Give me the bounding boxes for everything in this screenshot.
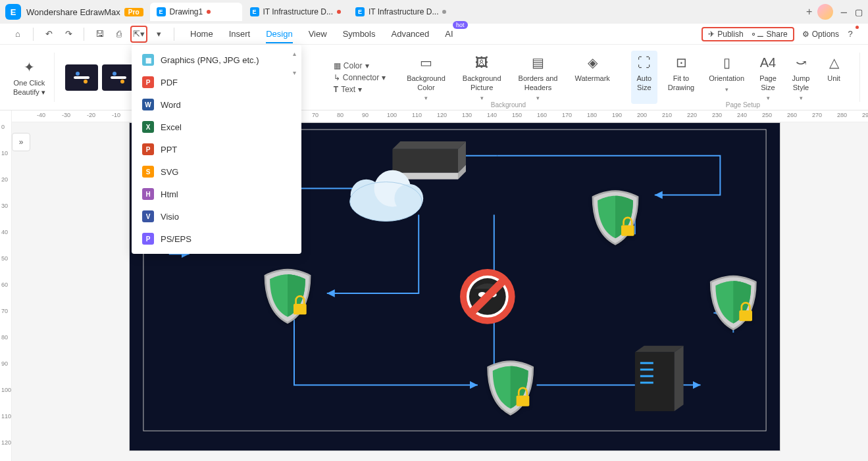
hruler-tick: 210 <box>662 112 672 118</box>
export-item-img[interactable]: ▦Graphics (PNG, JPG etc.) <box>132 49 301 71</box>
hruler-tick: 110 <box>412 112 422 118</box>
unit-button[interactable]: △Unit <box>821 51 847 103</box>
watermark-icon: ◈ <box>583 53 601 72</box>
fit-icon: ⊡ <box>672 53 690 72</box>
pro-badge: Pro <box>124 8 143 16</box>
hruler-tick: 180 <box>587 112 597 118</box>
menu-tab-design[interactable]: Design <box>266 25 292 43</box>
auto-size-button[interactable]: ⛶AutoSize <box>631 51 657 103</box>
save-button[interactable]: 🖫 <box>91 26 108 43</box>
document-tab-1[interactable]: EIT Infrastructure D... <box>243 3 347 21</box>
export-item-ppt[interactable]: PPPT <box>132 138 301 160</box>
watermark-button[interactable]: ◈Watermark <box>571 51 614 85</box>
design-ribbon: ✦ One ClickBeautify ▾ ▴▾ ▦Graphics (PNG,… <box>0 45 868 110</box>
svg-rect-29 <box>640 375 653 377</box>
export-item-label: Html <box>161 189 178 199</box>
color-option[interactable]: ▦ Color ▾ <box>334 61 386 70</box>
hruler-tick: -10 <box>112 112 120 118</box>
vruler-tick: 100 <box>1 387 11 393</box>
svg-rect-3 <box>111 76 126 79</box>
orientation-button[interactable]: ▯Orientation▾ <box>705 51 748 103</box>
window-controls: ─ ▢ <box>817 4 863 20</box>
export-item-svg[interactable]: SSVG <box>132 160 301 183</box>
svg-point-1 <box>76 72 80 76</box>
unit-icon: △ <box>825 53 843 72</box>
shield-left-node[interactable] <box>265 270 310 323</box>
workspace: » 0102030405060708090100110120 -40-30-20… <box>0 110 868 461</box>
export-item-label: SVG <box>161 167 178 177</box>
options-button[interactable]: ⚙Options <box>802 30 839 39</box>
background-picture-button[interactable]: 🖼BackgroundPicture▾ <box>459 51 505 103</box>
user-avatar[interactable] <box>817 4 833 20</box>
redo-button[interactable]: ↷ <box>60 26 77 43</box>
text-option[interactable]: T Text ▾ <box>334 85 386 94</box>
help-button[interactable]: ? <box>842 26 859 43</box>
theme-thumb-dark-1[interactable] <box>65 64 98 91</box>
vruler-tick: 110 <box>1 413 11 420</box>
gear-icon: ⚙ <box>802 30 809 39</box>
hruler-tick: 270 <box>812 112 822 118</box>
html-icon: H <box>142 188 154 200</box>
modified-dot <box>442 10 446 14</box>
export-item-visio[interactable]: VVisio <box>132 205 301 228</box>
export-item-word[interactable]: WWord <box>132 93 301 116</box>
fit-drawing-button[interactable]: ⊡Fit toDrawing <box>664 51 698 103</box>
document-tab-2[interactable]: EIT Infrastructure D... <box>349 3 453 21</box>
export-item-label: PDF <box>161 78 178 87</box>
export-item-ps[interactable]: PPS/EPS <box>132 228 301 250</box>
jump-style-button[interactable]: ⤻JumpStyle▾ <box>788 51 814 103</box>
home-icon[interactable]: ⌂ <box>9 26 26 43</box>
menu-tab-insert[interactable]: Insert <box>229 25 251 43</box>
export-dropdown-menu: ▴▾ ▦Graphics (PNG, JPG etc.)PPDFWWordXEx… <box>132 45 301 254</box>
theme-thumb-dark-2[interactable] <box>102 64 135 91</box>
maximize-button[interactable]: ▢ <box>855 7 863 17</box>
page-size-button[interactable]: A4PageSize▾ <box>755 51 781 103</box>
hruler-tick: 130 <box>462 112 472 118</box>
export-item-label: Visio <box>161 212 179 222</box>
document-tabs: EDrawing1EIT Infrastructure D...EIT Infr… <box>150 3 802 21</box>
menu-tab-advanced[interactable]: Advanced <box>391 25 429 43</box>
panel-toggle[interactable]: » <box>12 133 30 151</box>
export-item-excel[interactable]: XExcel <box>132 116 301 138</box>
undo-button[interactable]: ↶ <box>40 26 57 43</box>
publish-button[interactable]: ✈Publish <box>708 30 743 39</box>
more-dropdown[interactable]: ▾ <box>150 26 167 43</box>
connector-option[interactable]: ↳ Connector ▾ <box>334 73 386 82</box>
publish-share-group: ✈Publish ⚬⚊Share <box>702 27 794 41</box>
menu-tab-ai[interactable]: AIhot <box>445 25 453 43</box>
hruler-tick: 280 <box>837 112 847 118</box>
shield-right-node[interactable] <box>711 276 755 329</box>
export-button[interactable]: ⇱▾ <box>130 26 147 43</box>
tab-label: Drawing1 <box>170 7 203 16</box>
hruler-tick: 80 <box>337 112 344 118</box>
shield-bottom-node[interactable] <box>488 362 533 415</box>
server-tower-node[interactable] <box>635 346 684 412</box>
svg-point-5 <box>120 80 124 84</box>
export-item-pdf[interactable]: PPDF <box>132 71 301 93</box>
menu-tab-symbols[interactable]: Symbols <box>343 25 376 43</box>
one-click-beautify-button[interactable]: ✦ One ClickBeautify ▾ <box>9 55 49 99</box>
new-tab-button[interactable]: + <box>802 4 817 20</box>
svg-rect-27 <box>640 362 653 364</box>
hruler-tick: 220 <box>687 112 697 118</box>
vruler-tick: 120 <box>1 439 11 446</box>
hruler-tick: 70 <box>312 112 319 118</box>
app-name: Wondershare EdrawMax <box>26 7 120 17</box>
minimize-button[interactable]: ─ <box>841 7 847 17</box>
server-top-node[interactable] <box>392 141 466 180</box>
vruler-tick: 50 <box>1 255 8 262</box>
print-button[interactable]: ⎙ <box>111 26 128 43</box>
menu-tab-view[interactable]: View <box>309 25 327 43</box>
export-item-html[interactable]: HHtml <box>132 183 301 205</box>
hruler-tick: 230 <box>712 112 722 118</box>
svg-rect-30 <box>640 381 653 383</box>
document-tab-0[interactable]: EDrawing1 <box>150 3 242 21</box>
background-color-button[interactable]: ▭BackgroundColor▾ <box>403 51 449 103</box>
page-setup-group-label: Page Setup <box>726 101 760 109</box>
share-button[interactable]: ⚬⚊Share <box>750 30 788 39</box>
no-hacker-node[interactable] <box>460 269 515 324</box>
borders-headers-button[interactable]: ▤Borders andHeaders▾ <box>515 51 562 103</box>
menu-tab-home[interactable]: Home <box>190 25 213 43</box>
ps-icon: P <box>142 233 154 245</box>
shield-top-right-node[interactable] <box>593 191 638 245</box>
